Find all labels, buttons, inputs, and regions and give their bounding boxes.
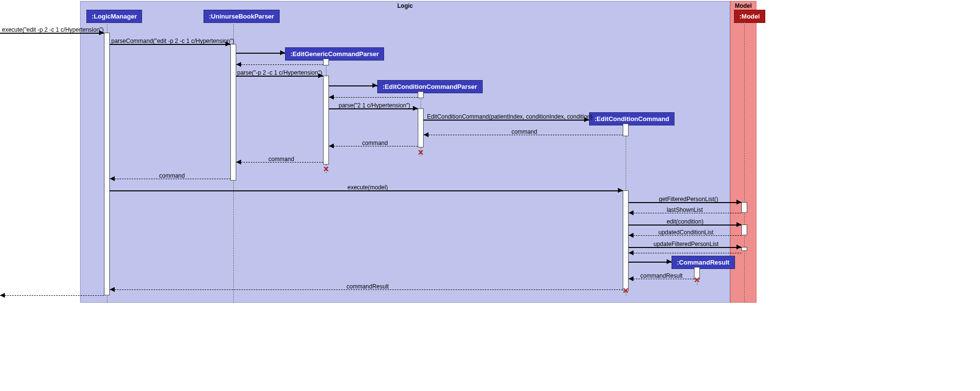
activation-edit-condition-command <box>623 190 629 291</box>
label-m7: command <box>362 140 388 146</box>
arrowheadl-m6 <box>424 132 429 137</box>
arrow-create-cr <box>629 262 672 263</box>
activation-edit-generic-parser-create <box>323 59 329 65</box>
arrowheadl-m12 <box>629 210 633 215</box>
arrowheadl-m7 <box>329 144 334 148</box>
logic-frame: Logic <box>80 1 730 303</box>
arrow-return-out <box>0 295 104 296</box>
arrowheadl-m15r <box>629 250 633 255</box>
arrow-return-egcp <box>236 64 323 65</box>
arrowhead-m10 <box>618 188 623 193</box>
arrowhead-create-egcp <box>280 50 285 55</box>
arrowhead-create-eccp <box>372 83 377 88</box>
label-m3: parse("-p 2 -c 1 c/Hypertension") <box>237 69 322 76</box>
activation-edit-generic-parser <box>323 76 329 165</box>
label-m17: commandResult <box>347 283 389 290</box>
arrowhead-m11 <box>736 200 741 205</box>
destroy-ecc: × <box>622 287 630 294</box>
label-m12: lastShownList <box>667 206 703 213</box>
label-m8: command <box>268 156 294 163</box>
activation-edit-condition-parser <box>418 108 424 147</box>
activation-model-3 <box>741 247 747 251</box>
label-m4: parse("2 1 c/Hypertension") <box>339 102 410 109</box>
label-m11: getFilteredPersonList() <box>659 196 718 203</box>
arrow-return-eccp <box>329 97 418 98</box>
logic-frame-title: Logic <box>81 2 730 9</box>
arrowheadl-m17 <box>110 287 115 292</box>
arrowheadl-return-out <box>0 293 5 298</box>
arrowheadl-m9 <box>110 176 115 181</box>
arrowheadl-m14 <box>629 233 633 238</box>
arrow-create-eccp <box>329 85 378 86</box>
label-m15: updateFilteredPersonList <box>653 241 718 247</box>
label-m1: execute("edit -p 2 -c 1 c/Hypertension") <box>2 26 104 33</box>
arrowhead-m4 <box>413 106 418 111</box>
activation-edit-condition-parser-create <box>418 91 424 98</box>
participant-model: :Model <box>734 10 765 23</box>
arrowheadl-m16 <box>629 276 633 281</box>
participant-edit-generic-command-parser: :EditGenericCommandParser <box>285 47 384 61</box>
arrow-m15r <box>629 253 741 253</box>
label-m5: EditConditionCommand(patientIndex, condi… <box>427 113 592 120</box>
arrowheadl-m8 <box>236 160 241 165</box>
arrowhead-m15 <box>736 245 741 249</box>
arrowhead-create-cr <box>667 259 672 264</box>
arrow-create-egcp <box>236 53 285 54</box>
label-m13: edit(condition) <box>667 218 703 225</box>
destroy-egcp: × <box>322 165 330 173</box>
activation-logic-manager <box>104 33 110 295</box>
participant-edit-condition-command-parser: :EditConditionCommandParser <box>377 80 483 93</box>
destroy-eccp: × <box>417 148 425 156</box>
label-m2: parseCommand("edit -p 2 -c 1 c/Hypertens… <box>111 38 234 44</box>
participant-uninurse-book-parser: :UninurseBookParser <box>204 10 280 23</box>
participant-edit-condition-command: :EditConditionCommand <box>589 112 674 125</box>
label-m6: command <box>511 128 537 135</box>
destroy-cr: × <box>693 276 701 284</box>
activation-edit-condition-command-create <box>623 123 629 136</box>
model-frame-title: Model <box>731 2 756 9</box>
arrowhead-m13 <box>736 222 741 227</box>
arrowheadl-return-eccp <box>329 95 334 100</box>
activation-model-1 <box>741 202 747 213</box>
activation-model-2 <box>741 225 747 235</box>
arrowheadl-return-egcp <box>236 62 241 67</box>
label-m14: updatedConditionList <box>658 229 714 236</box>
label-m9: command <box>159 172 185 179</box>
lifeline-model <box>744 21 745 303</box>
participant-logic-manager: :LogicManager <box>86 10 142 23</box>
participant-command-result: :CommandResult <box>672 256 735 269</box>
label-m16: commandResult <box>640 272 683 279</box>
activation-uninurse-book-parser <box>230 44 236 181</box>
label-m10: execute(model) <box>347 184 388 191</box>
